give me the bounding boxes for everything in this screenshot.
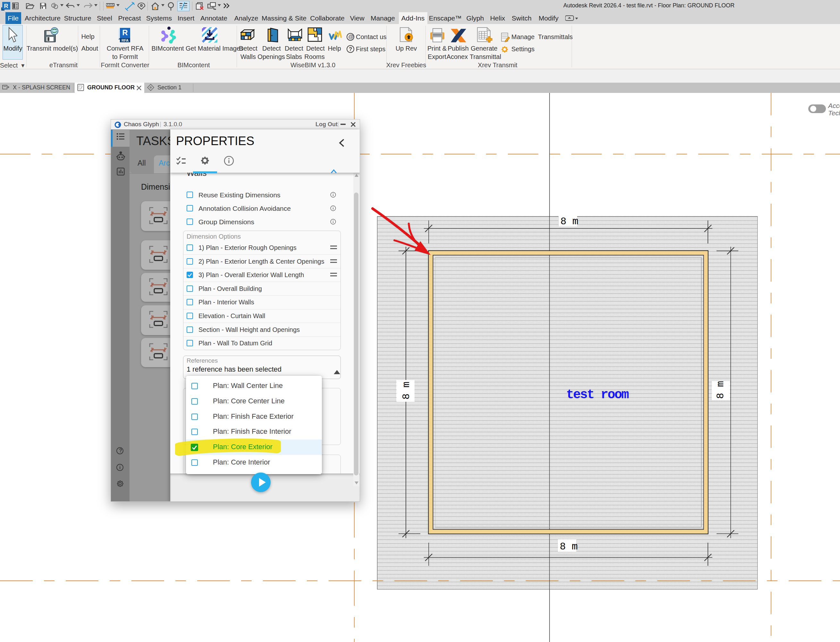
svg-text:8 m: 8 m (561, 216, 578, 227)
svg-text:8 m: 8 m (560, 541, 578, 552)
svg-text:test room: test room (566, 387, 629, 402)
svg-text:R: R (122, 28, 128, 37)
svg-text:8 m: 8 m (401, 381, 412, 399)
svg-text:RFA: RFA (122, 39, 128, 42)
svg-text:R: R (4, 3, 8, 9)
svg-text:1: 1 (140, 4, 142, 7)
svg-text:8 m: 8 m (715, 381, 726, 399)
